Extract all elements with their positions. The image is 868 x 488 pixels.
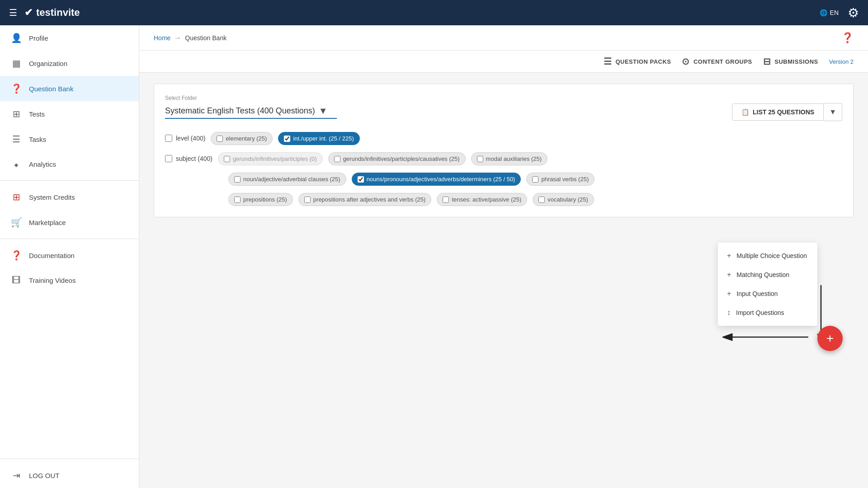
subject-filter-row-3: prepositions (25) prepositions after adj… — [165, 193, 842, 206]
sidebar-label-profile: Profile — [29, 34, 48, 42]
tag-elementary[interactable]: elementary (25) — [211, 132, 273, 145]
sidebar-label-analytics: Analytics — [29, 160, 56, 168]
menu-label-input: Input Question — [736, 290, 778, 297]
content-area: Home → Question Bank ❓ ☰ QUESTION PACKS … — [139, 25, 868, 488]
folder-dropdown[interactable]: Systematic English Tests (400 Questions)… — [165, 106, 337, 119]
list-questions-dropdown-btn[interactable]: ▼ — [824, 103, 842, 121]
breadcrumb-current: Question Bank — [185, 34, 226, 42]
tag-gerunds-causatives[interactable]: gerunds/infinitives/participles/causativ… — [328, 152, 466, 165]
arrow-left-annotation — [722, 330, 813, 344]
subject-checkbox[interactable] — [165, 155, 172, 162]
list-questions-label: LIST 25 QUESTIONS — [753, 108, 814, 116]
gerunds-participles-checkbox[interactable] — [224, 156, 230, 162]
sidebar-label-documentation: Documentation — [29, 252, 75, 259]
annotation-area: "Add Questions" Button + Multiple Choice… — [154, 226, 854, 362]
menu-item-multiple-choice[interactable]: + Multiple Choice Question — [718, 246, 817, 265]
tenses-checkbox[interactable] — [443, 197, 449, 203]
breadcrumb-home[interactable]: Home — [154, 34, 170, 42]
int-upper-label: int./upper int. (25 / 225) — [293, 135, 354, 142]
phrasal-verbs-label: phrasal verbs (25) — [541, 176, 589, 183]
int-upper-checkbox[interactable] — [284, 136, 290, 142]
sidebar-label-logout: LOG OUT — [29, 472, 60, 479]
sidebar-label-tests: Tests — [29, 110, 45, 118]
sidebar-item-analytics[interactable]: ⬥ Analytics — [0, 152, 139, 177]
menu-item-matching[interactable]: + Matching Question — [718, 265, 817, 284]
tag-int-upper[interactable]: int./upper int. (25 / 225) — [278, 132, 359, 145]
marketplace-icon: 🛒 — [11, 217, 22, 228]
user-avatar[interactable]: ⚙ — [848, 5, 859, 20]
tag-noun-adjective[interactable]: noun/adjective/adverbial clauses (25) — [228, 173, 346, 186]
content-groups-btn[interactable]: ⊙ CONTENT GROUPS — [682, 56, 752, 67]
vocabulary-label: vocabulary (25) — [547, 196, 588, 203]
help-icon[interactable]: ❓ — [841, 32, 854, 44]
hamburger-menu[interactable]: ☰ — [9, 7, 17, 18]
elementary-label: elementary (25) — [226, 135, 267, 142]
language-selector[interactable]: 🌐 EN — [820, 9, 839, 16]
submissions-label: SUBMISSIONS — [774, 58, 818, 65]
filter-box: Select Folder Systematic English Tests (… — [154, 84, 854, 217]
logo-check-icon: ✔ — [24, 7, 33, 19]
sidebar-item-training-videos[interactable]: 🎞 Training Videos — [0, 268, 139, 293]
subject-category: subject (400) — [165, 152, 212, 162]
logo: ✔ testinvite — [24, 7, 80, 19]
modal-auxiliaries-checkbox[interactable] — [477, 156, 483, 162]
main-content: Select Folder Systematic English Tests (… — [139, 73, 868, 488]
top-nav: ☰ ✔ testinvite 🌐 EN ⚙ — [0, 0, 868, 25]
list-questions-btn: 📋 LIST 25 QUESTIONS ▼ — [732, 103, 842, 121]
elementary-checkbox[interactable] — [217, 136, 223, 142]
gerunds-causatives-label: gerunds/infinitives/participles/causativ… — [343, 155, 460, 162]
sidebar-label-tasks: Tasks — [29, 136, 46, 143]
organization-icon: ▦ — [11, 58, 22, 69]
tag-modal-auxiliaries[interactable]: modal auxiliaries (25) — [471, 152, 548, 165]
sidebar-item-organization[interactable]: ▦ Organization — [0, 51, 139, 76]
submissions-icon: ⊟ — [763, 56, 771, 67]
sidebar-item-system-credits[interactable]: ⊞ System Credits — [0, 184, 139, 210]
noun-adjective-checkbox[interactable] — [234, 176, 241, 183]
tag-phrasal-verbs[interactable]: phrasal verbs (25) — [526, 173, 594, 186]
plus-icon-input: + — [727, 290, 731, 298]
menu-item-import[interactable]: ↕ Import Questions — [718, 303, 817, 322]
import-icon: ↕ — [727, 309, 731, 317]
plus-icon-matching: + — [727, 271, 731, 279]
tag-tenses[interactable]: tenses: active/passive (25) — [437, 193, 527, 206]
vocabulary-checkbox[interactable] — [538, 197, 545, 203]
sidebar-item-tasks[interactable]: ☰ Tasks — [0, 127, 139, 152]
language-label: EN — [830, 9, 839, 16]
list-questions-main-btn[interactable]: 📋 LIST 25 QUESTIONS — [732, 103, 824, 121]
tag-nouns-pronouns[interactable]: nouns/pronouns/adjectives/adverbs/determ… — [352, 173, 521, 186]
submissions-btn[interactable]: ⊟ SUBMISSIONS — [763, 56, 818, 67]
level-label: level (400) — [176, 135, 205, 142]
toolbar: ☰ QUESTION PACKS ⊙ CONTENT GROUPS ⊟ SUBM… — [139, 51, 868, 73]
sidebar-item-marketplace[interactable]: 🛒 Marketplace — [0, 210, 139, 235]
sidebar-item-tests[interactable]: ⊞ Tests — [0, 101, 139, 127]
noun-adjective-label: noun/adjective/adverbial clauses (25) — [243, 176, 340, 183]
gerunds-causatives-checkbox[interactable] — [334, 156, 340, 162]
menu-item-input[interactable]: + Input Question — [718, 284, 817, 303]
add-questions-fab[interactable]: + — [817, 326, 843, 351]
sidebar-item-profile[interactable]: 👤 Profile — [0, 25, 139, 51]
tag-prepositions-after[interactable]: prepositions after adjectives and verbs … — [298, 193, 432, 206]
sidebar-label-organization: Organization — [29, 60, 67, 67]
level-filter-row: level (400) elementary (25) int./upper i… — [165, 132, 842, 145]
subject-filter-row-2: noun/adjective/adverbial clauses (25) no… — [165, 173, 842, 186]
sidebar-item-question-bank[interactable]: ❓ Question Bank — [0, 76, 139, 101]
content-groups-icon: ⊙ — [682, 56, 690, 67]
prepositions-checkbox[interactable] — [234, 197, 241, 203]
subject-label: subject (400) — [176, 155, 212, 162]
sidebar-item-logout[interactable]: ⇥ LOG OUT — [0, 463, 139, 488]
nouns-pronouns-checkbox[interactable] — [358, 176, 364, 183]
level-checkbox[interactable] — [165, 135, 172, 142]
content-header: Home → Question Bank ❓ — [139, 25, 868, 51]
menu-label-matching: Matching Question — [736, 271, 789, 278]
prepositions-after-checkbox[interactable] — [304, 197, 311, 203]
level-category: level (400) — [165, 132, 205, 142]
sidebar-item-documentation[interactable]: ❓ Documentation — [0, 243, 139, 268]
person-icon: 👤 — [11, 33, 22, 43]
phrasal-verbs-checkbox[interactable] — [532, 176, 538, 183]
folder-selector: Select Folder Systematic English Tests (… — [165, 95, 842, 121]
tag-gerunds-participles[interactable]: gerunds/infinitives/participles (0) — [218, 152, 323, 165]
question-packs-btn[interactable]: ☰ QUESTION PACKS — [604, 56, 671, 67]
nouns-pronouns-label: nouns/pronouns/adjectives/adverbs/determ… — [367, 176, 515, 183]
tag-prepositions[interactable]: prepositions (25) — [228, 193, 293, 206]
tag-vocabulary[interactable]: vocabulary (25) — [533, 193, 594, 206]
